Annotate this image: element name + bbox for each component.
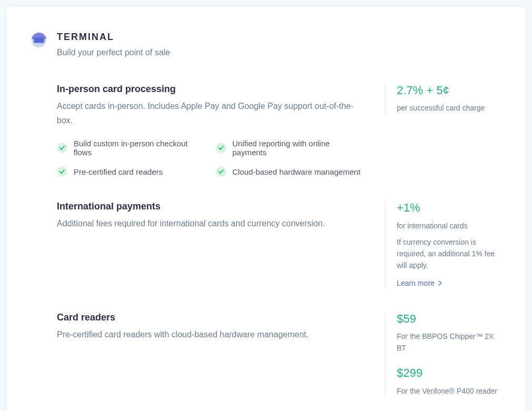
feature-list: Build custom in-person checkout flows Un… [57,139,364,177]
feature-label: Cloud-based hardware management [233,167,360,176]
check-icon [57,143,67,153]
section-title: International payments [57,201,364,212]
section-desc: Pre-certified card readers with cloud-ba… [57,327,364,342]
price-value: 2.7% + 5¢ [397,84,500,97]
feature-label: Pre-certified card readers [74,167,163,176]
feature-label: Unified reporting with online payments [233,139,364,157]
card-subtitle: Build your perfect point of sale [57,48,170,57]
terminal-icon [32,33,46,47]
price-value: $59 [397,312,500,326]
price-sub: For the BBPOS Chipper™ 2X BT [397,331,500,354]
section-processing: In-person card processing Accept cards i… [57,72,500,189]
feature-item: Unified reporting with online payments [216,139,364,157]
price-sub: per successful card charge [397,103,500,114]
price-value: $299 [397,366,500,380]
price-value: +1% [397,201,500,215]
feature-item: Pre-certified card readers [57,166,205,177]
svg-rect-3 [34,37,44,43]
feature-item: Build custom in-person checkout flows [57,139,205,157]
price-panel: 2.7% + 5¢ per successful card charge [385,84,500,114]
section-desc: Accept cards in-person. Includes Apple P… [57,99,364,127]
check-icon [216,143,226,153]
pricing-card: TERMINAL Build your perfect point of sal… [6,6,526,411]
price-panel: +1% for international cards If currency … [385,201,500,287]
check-icon [57,166,67,177]
feature-item: Cloud-based hardware management [216,166,364,177]
check-icon [216,166,226,177]
price-note: If currency conversion is required, an a… [397,237,500,271]
section-title: In-person card processing [57,84,364,95]
learn-more-label: Learn more [397,279,435,287]
learn-more-link[interactable]: Learn more [397,279,443,287]
section-international: International payments Additional fees r… [57,189,500,300]
price-sub: for international cards [397,220,500,232]
feature-label: Build custom in-person checkout flows [74,139,205,157]
section-readers: Card readers Pre-certified card readers … [57,300,500,410]
price-sub: For the Verifone® P400 reader [397,386,500,397]
card-title: TERMINAL [57,32,170,43]
arrow-right-icon [438,279,443,287]
section-desc: Additional fees required for internation… [57,216,364,230]
card-header: TERMINAL Build your perfect point of sal… [32,32,500,57]
section-title: Card readers [57,312,364,323]
price-panel: $59 For the BBPOS Chipper™ 2X BT $299 Fo… [385,312,500,397]
